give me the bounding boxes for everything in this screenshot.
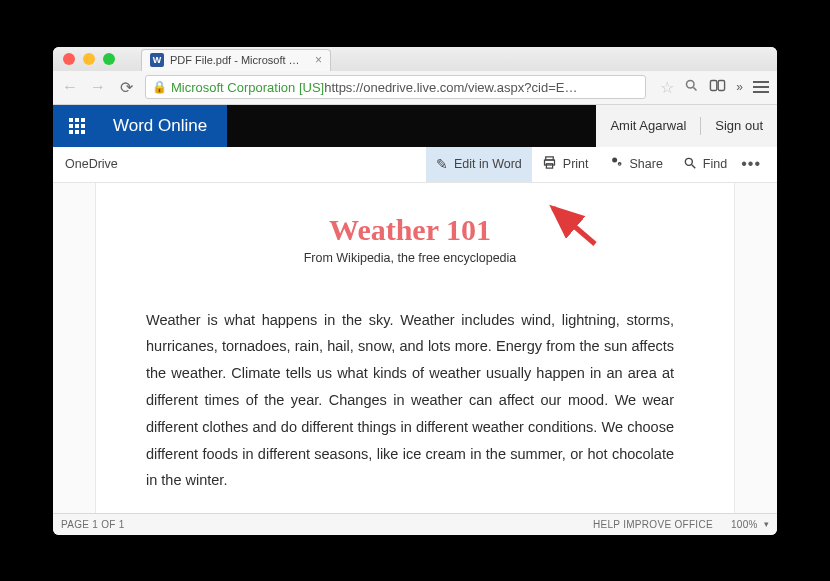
header-spacer — [227, 105, 596, 147]
ev-cert-label: Microsoft Corporation [US] — [171, 80, 324, 95]
command-bar: OneDrive ✎ Edit in Word Print + Share Fi… — [53, 147, 777, 183]
titlebar: W PDF File.pdf - Microsoft W… × — [53, 47, 777, 71]
close-window-button[interactable] — [63, 53, 75, 65]
find-icon — [683, 156, 697, 173]
menu-icon[interactable] — [753, 81, 769, 93]
help-improve-link[interactable]: HELP IMPROVE OFFICE — [593, 519, 713, 530]
svg-rect-2 — [711, 81, 717, 91]
user-name[interactable]: Amit Agarwal — [610, 118, 686, 133]
svg-point-0 — [687, 81, 695, 89]
find-button[interactable]: Find — [673, 147, 737, 182]
app-header: Word Online Amit Agarwal Sign out — [53, 105, 777, 147]
app-brand[interactable]: Word Online — [101, 105, 227, 147]
svg-line-1 — [694, 87, 697, 90]
sign-out-link[interactable]: Sign out — [715, 118, 763, 133]
print-label: Print — [563, 157, 589, 171]
browser-window: W PDF File.pdf - Microsoft W… × ← → ⟳ 🔒 … — [53, 47, 777, 535]
share-icon: + — [609, 155, 624, 173]
edit-label: Edit in Word — [454, 157, 522, 171]
svg-rect-3 — [719, 81, 725, 91]
bookmark-star-icon[interactable]: ☆ — [660, 78, 674, 97]
close-tab-icon[interactable]: × — [315, 53, 322, 67]
status-bar: PAGE 1 OF 1 HELP IMPROVE OFFICE 100% ▾ — [53, 513, 777, 535]
search-icon[interactable] — [684, 78, 699, 96]
print-button[interactable]: Print — [532, 147, 599, 182]
url-text: https://onedrive.live.com/view.aspx?cid=… — [324, 80, 577, 95]
window-controls — [63, 53, 115, 65]
reload-button[interactable]: ⟳ — [117, 78, 135, 97]
document-page: Weather 101 From Wikipedia, the free enc… — [95, 183, 735, 513]
header-user-area: Amit Agarwal Sign out — [596, 105, 777, 147]
lock-icon: 🔒 — [152, 80, 167, 94]
pencil-icon: ✎ — [436, 156, 448, 172]
back-button[interactable]: ← — [61, 78, 79, 96]
app-launcher-button[interactable] — [53, 105, 101, 147]
svg-point-10 — [685, 158, 692, 165]
minimize-window-button[interactable] — [83, 53, 95, 65]
document-subtitle: From Wikipedia, the free encyclopedia — [146, 251, 674, 265]
divider — [700, 117, 701, 135]
more-actions-button[interactable]: ••• — [737, 155, 765, 173]
extension-icon[interactable] — [709, 78, 726, 96]
waffle-icon — [69, 118, 85, 134]
share-button[interactable]: + Share — [599, 147, 673, 182]
svg-point-7 — [612, 158, 617, 163]
zoom-level[interactable]: 100% — [731, 519, 758, 530]
document-viewport: Weather 101 From Wikipedia, the free enc… — [53, 183, 777, 513]
zoom-dropdown-icon[interactable]: ▾ — [764, 519, 769, 529]
browser-tab[interactable]: W PDF File.pdf - Microsoft W… × — [141, 49, 331, 71]
document-title: Weather 101 — [146, 213, 674, 247]
print-icon — [542, 155, 557, 173]
url-input[interactable]: 🔒 Microsoft Corporation [US] https://one… — [145, 75, 646, 99]
address-bar: ← → ⟳ 🔒 Microsoft Corporation [US] https… — [53, 71, 777, 105]
share-label: Share — [630, 157, 663, 171]
page-indicator[interactable]: PAGE 1 OF 1 — [61, 519, 125, 530]
breadcrumb[interactable]: OneDrive — [65, 157, 118, 171]
word-favicon-icon: W — [150, 53, 164, 67]
tab-title: PDF File.pdf - Microsoft W… — [170, 54, 309, 66]
browser-tabs: W PDF File.pdf - Microsoft W… × — [141, 47, 331, 71]
overflow-chevron-icon[interactable]: » — [736, 80, 743, 94]
edit-in-word-button[interactable]: ✎ Edit in Word — [426, 147, 532, 182]
svg-text:+: + — [618, 162, 620, 166]
forward-button[interactable]: → — [89, 78, 107, 96]
document-body: Weather is what happens in the sky. Weat… — [146, 307, 674, 495]
find-label: Find — [703, 157, 727, 171]
svg-line-11 — [692, 164, 696, 168]
maximize-window-button[interactable] — [103, 53, 115, 65]
